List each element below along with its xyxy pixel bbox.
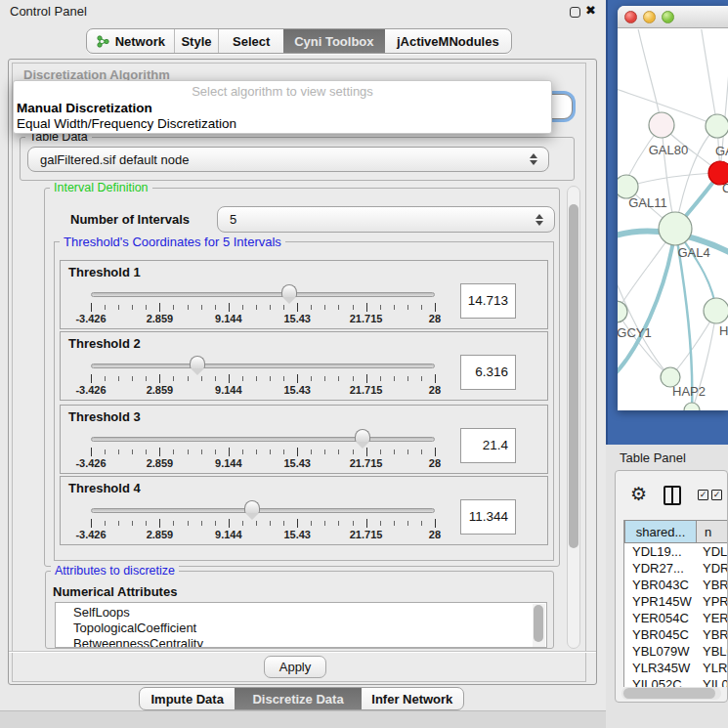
minimize-traffic-light-icon[interactable] (643, 11, 656, 23)
top-tab-bar: Network Style Select Cyni Toolbox jActiv… (86, 28, 512, 54)
checkbox-icon[interactable]: ✓ (698, 490, 708, 500)
slider-scale-labels: -3.4262.8599.14415.4321.71528 (62, 529, 464, 540)
slider-ticks (91, 450, 436, 454)
threshold-4-panel: Threshold 4 -3.4262.8599.14415.4321.7152… (60, 476, 548, 545)
tab-infer-network[interactable]: Infer Network (362, 688, 463, 709)
slider-ticks (91, 376, 436, 381)
table-row[interactable]: YPR145WYPR1 (624, 593, 728, 610)
svg-text:GAL80: GAL80 (649, 143, 688, 157)
network-node-gal4[interactable] (659, 212, 692, 245)
table-row[interactable]: YBR045CYBR0 (624, 626, 728, 643)
window-bottom-strip (0, 710, 606, 728)
table-panel: ⚙ ✓ ✓ shared... n YDL19...YDL1 YDR27...Y… (615, 470, 728, 703)
tab-style-label: Style (181, 34, 211, 49)
tab-discretize-data-label: Discretize Data (252, 692, 343, 707)
list-item[interactable]: BetweennessCentrality (73, 636, 203, 648)
control-panel: Control Panel ✖ Network Style Select Cyn… (0, 0, 606, 728)
tab-jactivemnodules-label: jActiveMNodules (397, 34, 499, 49)
list-item[interactable]: SelfLoops (73, 605, 130, 620)
table-row[interactable]: YDR27...YDR2 (624, 560, 728, 577)
tab-style[interactable]: Style (174, 29, 219, 53)
gear-icon[interactable]: ⚙ (630, 483, 647, 504)
float-panel-icon[interactable] (570, 7, 580, 18)
bottom-tab-bar: Impute Data Discretize Data Infer Networ… (139, 687, 464, 710)
threshold-3-value-field[interactable]: 21.4 (460, 428, 516, 463)
checkbox-icon[interactable]: ✓ (711, 490, 722, 500)
close-icon[interactable]: ✖ (585, 3, 596, 18)
threshold-1-slider-thumb[interactable] (281, 284, 297, 297)
numerical-attributes-list[interactable]: SelfLoops TopologicalCoefficient Between… (55, 602, 547, 648)
algorithm-popup: Select algorithm to view settings Manual… (13, 80, 552, 134)
svg-text:GCY1: GCY1 (618, 325, 652, 340)
threshold-4-label: Threshold 4 (68, 481, 141, 495)
network-icon (96, 34, 110, 49)
scrollbar-thumb[interactable] (623, 688, 715, 699)
svg-text:GAL11: GAL11 (628, 195, 667, 210)
table-panel-title: Table Panel (620, 450, 686, 465)
control-panel-title: Control Panel (10, 4, 87, 19)
tab-cyni-toolbox[interactable]: Cyni Toolbox (283, 29, 385, 53)
tab-network[interactable]: Network (87, 29, 174, 53)
interval-definition-title: Interval Definition (50, 181, 152, 194)
slider-scale-labels: -3.4262.8599.14415.4321.71528 (62, 384, 464, 396)
table-data-combobox[interactable]: galFiltered.sif default node (27, 147, 549, 172)
threshold-2-slider-track[interactable] (91, 364, 435, 368)
tab-select[interactable]: Select (218, 29, 283, 53)
tab-impute-data[interactable]: Impute Data (140, 688, 235, 709)
threshold-4-slider-thumb[interactable] (244, 500, 260, 513)
threshold-1-value-field[interactable]: 14.713 (460, 283, 516, 319)
divider (9, 651, 596, 652)
table-row[interactable]: YBL079WYBL0 (624, 643, 728, 660)
table-row[interactable]: YLR345WYLR3 (624, 660, 728, 676)
network-node-gal80[interactable] (649, 112, 674, 138)
svg-text:HAP2: HAP2 (672, 384, 706, 399)
popup-option-equal-width-frequency[interactable]: Equal Width/Frequency Discretization (17, 116, 236, 131)
number-of-intervals-label: Number of Intervals (70, 212, 190, 227)
list-item[interactable]: TopologicalCoefficient (73, 621, 196, 635)
threshold-4-slider-track[interactable] (91, 508, 435, 513)
popup-option-manual-discretization[interactable]: Manual Discretization (17, 101, 152, 115)
threshold-2-label: Threshold 2 (68, 336, 141, 351)
threshold-3-slider-track[interactable] (91, 437, 435, 442)
table-row[interactable]: YBR043CYBR0 (624, 577, 728, 593)
network-node[interactable] (706, 114, 728, 138)
thresholds-group-title: Threshold's Coordinates for 5 Intervals (60, 235, 285, 249)
table-row[interactable]: YIL052CYIL0 (624, 676, 728, 687)
svg-text:GAL4: GAL4 (677, 245, 709, 260)
table-row[interactable]: YER054CYER0 (624, 610, 728, 626)
tab-infer-network-label: Infer Network (371, 692, 452, 707)
table-row[interactable]: YDL19...YDL1 (624, 543, 728, 560)
close-traffic-light-icon[interactable] (624, 11, 637, 23)
algorithm-popup-placeholder: Select algorithm to view settings (14, 84, 551, 99)
threshold-1-slider-track[interactable] (91, 292, 435, 297)
stepper-icon (534, 214, 544, 226)
network-node[interactable] (704, 298, 728, 323)
slider-ticks (91, 521, 436, 526)
table-horizontal-scrollbar[interactable] (621, 687, 721, 700)
network-graph-canvas[interactable]: GAL80 GA C GAL11 GAL4 GCY1 H HAP2 (618, 29, 728, 410)
threshold-4-value-field[interactable]: 11.344 (460, 499, 516, 535)
tab-jactivemnodules[interactable]: jActiveMNodules (385, 29, 511, 53)
zoom-traffic-light-icon[interactable] (662, 11, 674, 23)
panel-vertical-scrollbar[interactable] (567, 186, 580, 649)
tab-impute-data-label: Impute Data (151, 692, 224, 707)
threshold-2-slider-thumb[interactable] (190, 356, 205, 368)
column-header-shared[interactable]: shared... (624, 520, 697, 543)
list-scrollbar[interactable] (533, 604, 545, 648)
number-of-intervals-spinner[interactable]: 5 (217, 206, 555, 233)
slider-scale-labels: -3.4262.8599.14415.4321.71528 (62, 313, 464, 324)
threshold-3-slider-thumb[interactable] (355, 429, 370, 442)
columns-icon[interactable] (664, 486, 681, 505)
network-view-window[interactable]: GAL80 GA C GAL11 GAL4 GCY1 H HAP2 (618, 6, 728, 410)
tab-discretize-data[interactable]: Discretize Data (235, 688, 361, 709)
tab-cyni-toolbox-label: Cyni Toolbox (294, 34, 373, 49)
apply-button[interactable]: Apply (264, 656, 326, 678)
threshold-2-value-field[interactable]: 6.316 (460, 355, 516, 390)
column-header-name[interactable]: n (697, 520, 728, 543)
network-window-titlebar[interactable] (618, 6, 728, 28)
threshold-1-label: Threshold 1 (68, 265, 141, 279)
svg-text:H: H (719, 323, 728, 338)
scrollbar-thumb[interactable] (569, 204, 578, 548)
network-node[interactable] (684, 403, 700, 410)
number-of-intervals-value: 5 (218, 212, 534, 227)
